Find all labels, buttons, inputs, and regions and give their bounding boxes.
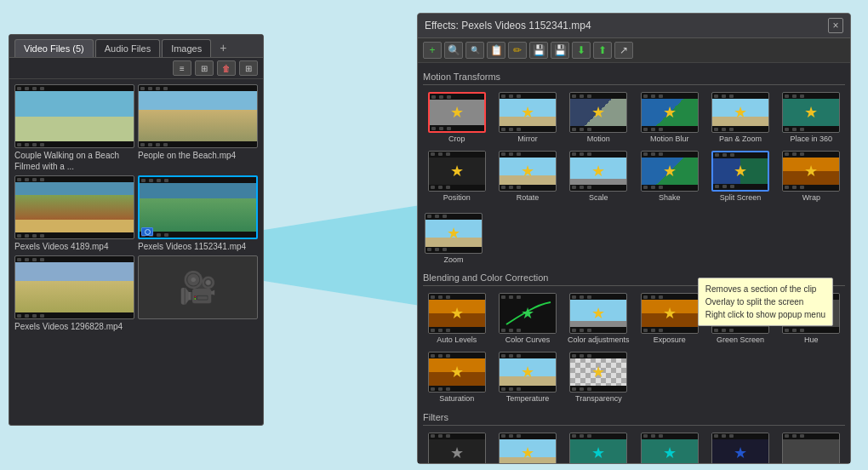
- import-button[interactable]: ⊞: [239, 60, 258, 76]
- media-thumbnail: [138, 175, 258, 239]
- effect-mirror[interactable]: ★ Mirror: [494, 90, 561, 146]
- dialog-close-button[interactable]: ×: [828, 18, 843, 33]
- film-strip-top: [500, 294, 556, 300]
- effect-motion-blur[interactable]: ★ Motion Blur: [636, 90, 703, 146]
- effect-filter4[interactable]: ★: [636, 431, 703, 463]
- effect-wrap[interactable]: ★ Wrap: [778, 149, 845, 204]
- film-hole: [439, 127, 443, 130]
- tab-video-files[interactable]: Video Files (5): [14, 39, 94, 57]
- effect-filter6[interactable]: [778, 431, 845, 463]
- section-header-filters: Filters: [423, 412, 845, 426]
- effect-filter2[interactable]: ★: [494, 431, 561, 463]
- search2-button[interactable]: 🔍: [465, 42, 484, 59]
- effect-filter3[interactable]: ★: [565, 431, 632, 463]
- film-hole: [163, 143, 168, 146]
- film-hole: [587, 434, 591, 438]
- film-hole: [443, 215, 447, 218]
- effect-rotate[interactable]: ★ Rotate: [494, 149, 561, 204]
- list-item[interactable]: Pexels Videos 1152341.mp4: [138, 175, 258, 252]
- film-strip-bottom: [783, 185, 839, 191]
- effect-color-adjustments[interactable]: ★ Color adjustments: [565, 291, 632, 347]
- view-list-button[interactable]: ≡: [173, 60, 191, 76]
- list-item[interactable]: People on the Beach.mp4: [138, 84, 258, 172]
- effect-scale[interactable]: ★ Scale: [565, 149, 632, 204]
- effect-label: Zoom: [443, 255, 463, 265]
- tab-audio-files[interactable]: Audio Files: [95, 39, 160, 57]
- dialog-titlebar: Effects: Pexels Videos 1152341.mp4 ×: [418, 14, 850, 38]
- film-strip-top: [15, 85, 134, 91]
- effect-pan-zoom[interactable]: ★ Pan & Zoom: [706, 90, 774, 146]
- film-hole: [431, 434, 435, 438]
- film-hole: [587, 128, 591, 131]
- list-item[interactable]: Pexels Videos 4189.mp4: [14, 175, 134, 252]
- film-strip-top: [783, 152, 839, 158]
- search-button[interactable]: 🔍: [444, 42, 463, 59]
- effect-filter1[interactable]: ★: [423, 431, 490, 463]
- tab-images[interactable]: Images: [162, 39, 211, 57]
- star-icon: ★: [734, 103, 747, 122]
- effect-motion[interactable]: ★ Motion: [565, 90, 632, 146]
- edit-button[interactable]: ✏: [508, 42, 527, 59]
- film-strip-top: [430, 94, 484, 100]
- film-strip-bottom: [783, 327, 839, 333]
- film-hole: [446, 387, 450, 391]
- star-icon: ★: [591, 162, 605, 181]
- film-strip-top: [783, 93, 839, 99]
- film-strip-top: [570, 93, 626, 99]
- effect-shake[interactable]: ★ Shake: [636, 149, 703, 204]
- film-strip-bottom: [500, 185, 556, 191]
- film-hole: [17, 258, 21, 261]
- save2-button[interactable]: 💾: [551, 42, 569, 59]
- film-hole: [140, 87, 145, 90]
- effect-thumb: ★: [711, 92, 769, 133]
- film-hole: [435, 248, 439, 251]
- view-grid-button[interactable]: ⊞: [195, 60, 214, 76]
- effect-zoom[interactable]: ★ Zoom: [423, 211, 484, 267]
- effect-color-curves[interactable]: ★ Color Curves: [494, 291, 561, 347]
- effect-label: Green Screen: [717, 335, 764, 345]
- film-strip-top: [570, 152, 626, 158]
- effect-label: Position: [443, 193, 471, 203]
- save-button[interactable]: 💾: [529, 42, 548, 59]
- film-hole: [438, 387, 443, 391]
- effect-crop[interactable]: ★ Crop: [423, 90, 490, 146]
- effect-saturation[interactable]: ★ Saturation: [423, 350, 490, 405]
- film-hole: [156, 87, 160, 90]
- effect-transparency[interactable]: ★ Transparency: [565, 350, 632, 405]
- film-hole: [714, 95, 718, 98]
- film-hole: [25, 143, 29, 146]
- effect-split-screen[interactable]: ★ Split Screen: [706, 149, 774, 204]
- film-strip-top: [642, 433, 698, 439]
- film-hole: [501, 329, 505, 332]
- share-button[interactable]: ↗: [614, 42, 633, 59]
- effect-temperature[interactable]: ★ Temperature: [494, 350, 561, 405]
- effect-position[interactable]: ★ Position: [423, 149, 490, 204]
- film-hole: [517, 387, 521, 391]
- effect-exposure[interactable]: ★ Exposure: [636, 291, 703, 347]
- list-item[interactable]: Pexels Videos 1296828.mp4: [14, 255, 134, 332]
- effect-auto-levels[interactable]: ★ Auto Levels: [423, 291, 490, 347]
- delete-button[interactable]: 🗑: [217, 60, 236, 76]
- film-strip-bottom: [430, 125, 484, 131]
- add-effect-button[interactable]: +: [423, 42, 442, 59]
- tab-add-button[interactable]: +: [213, 38, 233, 57]
- film-hole: [580, 387, 584, 391]
- download-button[interactable]: ⬇: [572, 42, 591, 59]
- film-hole: [40, 87, 44, 90]
- film-hole: [447, 95, 451, 99]
- effect-filter5[interactable]: ★: [706, 431, 774, 463]
- film-hole: [715, 153, 719, 157]
- effect-thumb: ★: [569, 293, 627, 334]
- effect-label: Motion Blur: [650, 135, 689, 144]
- list-item[interactable]: Couple Walking on a Beach Filmed with a …: [14, 84, 134, 172]
- effect-thumb: ★: [499, 92, 557, 133]
- upload-button[interactable]: ⬆: [593, 42, 612, 59]
- film-hole: [431, 95, 436, 99]
- film-hole: [431, 354, 435, 358]
- list-item[interactable]: 🎥: [138, 255, 258, 332]
- copy-button[interactable]: 📋: [487, 42, 505, 59]
- film-hole: [438, 354, 443, 358]
- star-icon: ★: [804, 162, 818, 181]
- effect-place-360[interactable]: ★ Place in 360: [778, 90, 845, 146]
- film-strip-top: [712, 433, 768, 439]
